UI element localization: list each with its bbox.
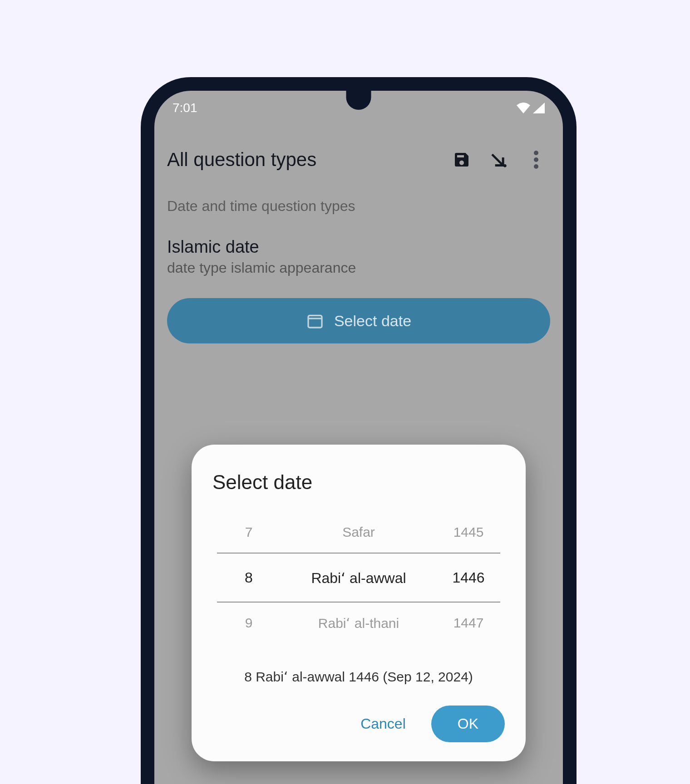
svg-rect-4 [308, 315, 322, 328]
overflow-menu-button[interactable] [527, 150, 546, 169]
date-picker-dialog: Select date 7 Safar 1445 8 Rabiʻ al-awwa… [192, 445, 526, 761]
jump-button[interactable] [489, 150, 508, 169]
dialog-title: Select date [212, 471, 505, 494]
select-date-button[interactable]: Select date [167, 298, 550, 343]
phone-frame: 7:01 All question types [141, 77, 577, 784]
save-icon [453, 151, 471, 169]
phone-screen: 7:01 All question types [154, 91, 563, 784]
year-prev[interactable]: 1445 [437, 524, 500, 540]
page-title: All question types [167, 149, 316, 171]
day-prev[interactable]: 7 [217, 524, 281, 540]
month-current[interactable]: Rabiʻ al-awwal [291, 569, 426, 587]
status-icons [517, 103, 545, 113]
arrow-down-right-icon [490, 151, 508, 169]
app-bar: All question types [154, 117, 563, 171]
more-vert-icon [534, 151, 538, 169]
question-title: Islamic date [154, 215, 563, 257]
svg-point-0 [503, 164, 507, 167]
date-spinner[interactable]: 7 Safar 1445 8 Rabiʻ al-awwal 1446 9 Rab… [217, 512, 500, 643]
save-button[interactable] [452, 150, 471, 169]
dialog-actions: Cancel OK [212, 706, 505, 742]
cell-signal-icon [533, 103, 545, 113]
calendar-icon [306, 312, 324, 330]
phone-side-button [575, 454, 577, 535]
phone-side-button [575, 395, 577, 438]
month-prev[interactable]: Safar [291, 524, 426, 540]
svg-point-3 [534, 164, 538, 169]
section-label: Date and time question types [154, 171, 563, 215]
day-current[interactable]: 8 [217, 569, 281, 586]
wifi-icon [517, 103, 530, 113]
day-next[interactable]: 9 [217, 615, 281, 631]
month-next[interactable]: Rabiʻ al-thani [291, 615, 426, 631]
cancel-button[interactable]: Cancel [360, 715, 406, 732]
year-current[interactable]: 1446 [437, 569, 500, 586]
selected-date-summary: 8 Rabiʻ al-awwal 1446 (Sep 12, 2024) [212, 669, 505, 685]
select-date-label: Select date [334, 312, 411, 330]
ok-button[interactable]: OK [431, 706, 505, 742]
status-time: 7:01 [172, 101, 197, 115]
svg-point-1 [534, 151, 538, 155]
phone-side-button [575, 544, 577, 626]
page-card: 7:01 All question types [14, 9, 676, 775]
year-next[interactable]: 1447 [437, 615, 500, 631]
svg-point-2 [534, 157, 538, 162]
question-subtitle: date type islamic appearance [154, 257, 563, 276]
app-bar-actions [452, 150, 550, 169]
